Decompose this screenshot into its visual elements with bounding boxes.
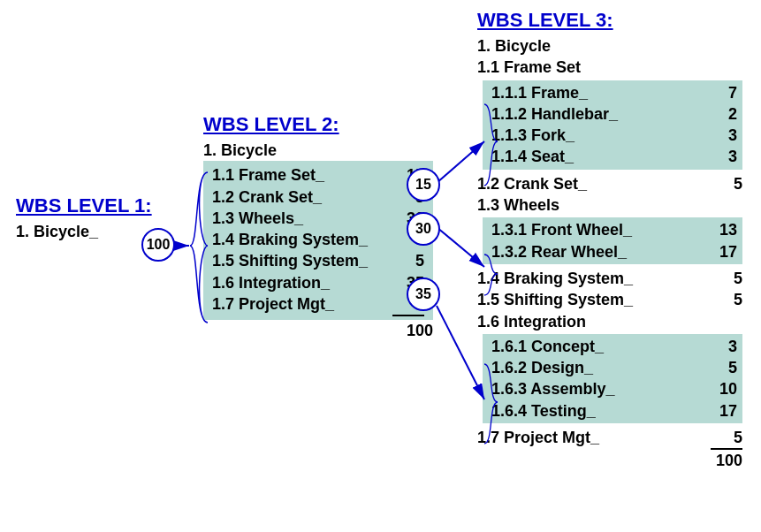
wbs-level-3: WBS LEVEL 3: 1. Bicycle 1.1 Frame Set 1.… bbox=[477, 9, 742, 472]
level3-leaf: 1.4 Braking System_ 5 bbox=[477, 268, 742, 289]
level3-child: 1.6.4 Testing_17 bbox=[491, 400, 737, 422]
level2-item: 1.1 Frame Set_15 bbox=[212, 164, 424, 186]
level2-item: 1.7 Project Mgt_5 bbox=[212, 293, 424, 316]
level2-parent: 1. Bicycle bbox=[203, 140, 433, 161]
level2-item: 1.5 Shifting System_5 bbox=[212, 250, 424, 271]
level3-child: 1.3.2 Rear Wheel_17 bbox=[491, 241, 737, 262]
level2-item: 1.3 Wheels_30 bbox=[212, 208, 424, 229]
level2-item: 1.4 Braking System_5 bbox=[212, 229, 424, 250]
level1-value-circle: 100 bbox=[141, 228, 175, 262]
wbs-level-2: WBS LEVEL 2: 1. Bicycle 1.1 Frame Set_15… bbox=[203, 113, 433, 342]
level1-value: 100 bbox=[147, 237, 171, 253]
level1-heading: WBS LEVEL 1: bbox=[16, 194, 175, 217]
level3-heading: WBS LEVEL 3: bbox=[477, 9, 742, 32]
level3-child: 1.1.3 Fork_3 bbox=[491, 125, 737, 146]
level3-subgroup-integration: 1.6.1 Concept_3 1.6.2 Design_5 1.6.3 Ass… bbox=[483, 334, 742, 423]
level3-parent: 1. Bicycle bbox=[477, 35, 742, 57]
level2-circle-integration: 35 bbox=[407, 277, 440, 311]
level1-item-label: 1. Bicycle_ bbox=[16, 221, 103, 242]
level3-child: 1.1.1 Frame_7 bbox=[491, 82, 737, 103]
level3-leaf: 1.7 Project Mgt_ 5 bbox=[477, 427, 742, 450]
level2-list: 1.1 Frame Set_15 1.2 Crank Set_5 1.3 Whe… bbox=[203, 161, 433, 320]
level3-child: 1.6.1 Concept_3 bbox=[491, 336, 737, 357]
level2-item: 1.2 Crank Set_5 bbox=[212, 186, 424, 208]
level3-child: 1.6.2 Design_5 bbox=[491, 357, 737, 378]
level3-child: 1.3.1 Front Wheel_13 bbox=[491, 219, 737, 240]
level3-child: 1.1.4 Seat_3 bbox=[491, 146, 737, 167]
level3-total: 100 bbox=[477, 450, 742, 471]
level3-group-title: 1.6 Integration bbox=[477, 311, 742, 332]
level2-circle-wheels: 30 bbox=[407, 212, 440, 246]
level3-child: 1.6.3 Assembly_10 bbox=[491, 378, 737, 399]
level2-total: 100 bbox=[203, 320, 433, 341]
level3-subgroup-wheels: 1.3.1 Front Wheel_13 1.3.2 Rear Wheel_17 bbox=[483, 217, 742, 264]
level3-subgroup-frameset: 1.1.1 Frame_7 1.1.2 Handlebar_2 1.1.3 Fo… bbox=[483, 80, 742, 170]
level3-group-title: 1.3 Wheels bbox=[477, 194, 742, 216]
level3-child: 1.1.2 Handlebar_2 bbox=[491, 103, 737, 125]
level3-leaf: 1.5 Shifting System_ 5 bbox=[477, 289, 742, 310]
level2-circle-frameset: 15 bbox=[407, 168, 440, 201]
level2-item: 1.6 Integration_35 bbox=[212, 272, 424, 293]
level3-leaf: 1.2 Crank Set_ 5 bbox=[477, 173, 742, 194]
level2-heading: WBS LEVEL 2: bbox=[203, 113, 433, 136]
level3-group-title: 1.1 Frame Set bbox=[477, 57, 742, 78]
